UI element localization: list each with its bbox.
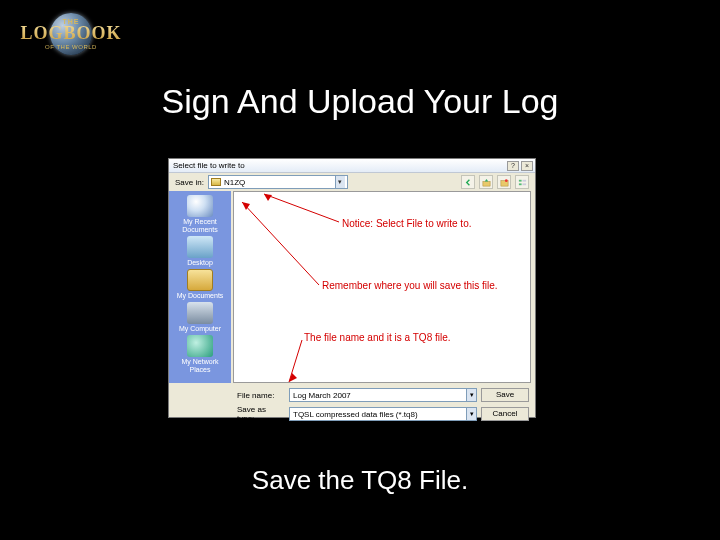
svg-rect-4: [518, 183, 521, 185]
svg-line-9: [242, 202, 319, 285]
svg-marker-12: [289, 373, 297, 382]
places-bar: My Recent Documents Desktop My Documents…: [169, 191, 231, 383]
place-recent[interactable]: My Recent Documents: [172, 195, 228, 234]
desktop-icon: [187, 236, 213, 258]
annotation-c: The file name and it is a TQ8 file.: [304, 332, 451, 343]
dialog-bottom: File name: Log March 2007 ▾ Save Save as…: [169, 383, 535, 426]
svg-point-2: [504, 179, 507, 182]
cancel-button[interactable]: Cancel: [481, 407, 529, 421]
dialog-titlebar: Select file to write to ? ×: [169, 159, 535, 173]
savein-combo[interactable]: N1ZQ ▾: [208, 175, 348, 189]
place-network[interactable]: My Network Places: [172, 335, 228, 374]
savein-value: N1ZQ: [224, 178, 245, 187]
chevron-down-icon[interactable]: ▾: [335, 176, 345, 188]
arrow-b: [234, 192, 534, 292]
save-button[interactable]: Save: [481, 388, 529, 402]
svg-marker-8: [264, 194, 272, 201]
view-menu-button[interactable]: [515, 175, 529, 189]
svg-rect-3: [518, 179, 521, 181]
dialog-title: Select file to write to: [173, 161, 245, 170]
dialog-toolbar: Save in: N1ZQ ▾: [169, 173, 535, 191]
mydocs-icon: [187, 269, 213, 291]
svg-rect-5: [522, 179, 526, 181]
svg-rect-6: [522, 183, 526, 185]
logo: THE LOGBOOK OF THE WORLD: [6, 6, 136, 62]
place-mycomputer-label: My Computer: [172, 325, 228, 333]
place-network-label: My Network Places: [172, 358, 228, 374]
titlebar-buttons: ? ×: [507, 161, 533, 171]
svg-marker-10: [242, 202, 250, 210]
save-dialog: Select file to write to ? × Save in: N1Z…: [168, 158, 536, 418]
network-icon: [187, 335, 213, 357]
svg-rect-0: [482, 181, 489, 186]
filename-input[interactable]: Log March 2007 ▾: [289, 388, 477, 402]
chevron-down-icon[interactable]: ▾: [466, 389, 476, 401]
svg-line-11: [289, 340, 302, 382]
saveas-combo[interactable]: TQSL compressed data files (*.tq8) ▾: [289, 407, 477, 421]
svg-line-7: [264, 194, 339, 222]
saveas-label: Save as type:: [237, 405, 285, 423]
place-recent-label: My Recent Documents: [172, 218, 228, 234]
place-mydocs-label: My Documents: [172, 292, 228, 300]
place-desktop-label: Desktop: [172, 259, 228, 267]
place-mycomputer[interactable]: My Computer: [172, 302, 228, 333]
slide-caption: Save the TQ8 File.: [0, 465, 720, 496]
slide-title: Sign And Upload Your Log: [0, 82, 720, 121]
place-mydocs[interactable]: My Documents: [172, 269, 228, 300]
folder-icon: [211, 178, 221, 186]
filename-value: Log March 2007: [293, 391, 351, 400]
chevron-down-icon[interactable]: ▾: [466, 408, 476, 420]
help-button[interactable]: ?: [507, 161, 519, 171]
dialog-body: My Recent Documents Desktop My Documents…: [169, 191, 535, 383]
annotation-b: Remember where you will save this file.: [322, 280, 498, 291]
close-button[interactable]: ×: [521, 161, 533, 171]
file-list-area[interactable]: Notice: Select File to write to. Remembe…: [233, 191, 531, 383]
place-desktop[interactable]: Desktop: [172, 236, 228, 267]
globe-icon: [50, 13, 92, 55]
up-button[interactable]: [479, 175, 493, 189]
new-folder-button[interactable]: [497, 175, 511, 189]
computer-icon: [187, 302, 213, 324]
annotation-a: Notice: Select File to write to.: [342, 218, 472, 229]
saveas-value: TQSL compressed data files (*.tq8): [293, 410, 418, 419]
back-button[interactable]: [461, 175, 475, 189]
filename-label: File name:: [237, 391, 285, 400]
savein-label: Save in:: [175, 178, 204, 187]
recent-icon: [187, 195, 213, 217]
